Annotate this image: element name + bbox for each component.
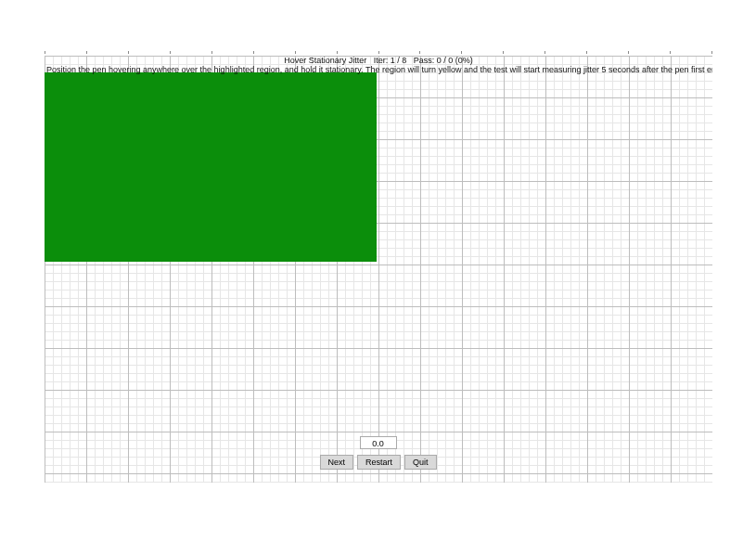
highlight-region[interactable] [45,72,377,262]
button-row: Next Restart Quit [319,455,436,470]
test-title: Hover Stationary Jitter [284,56,366,65]
iter-value: 1 / 8 [391,56,407,65]
app-stage: Hover Stationary Jitter Iter: 1 / 8 Pass… [0,0,756,542]
quit-button[interactable]: Quit [404,455,437,470]
pass-value: 0 / 0 (0%) [437,56,473,65]
restart-button[interactable]: Restart [357,455,401,470]
header-title-line: Hover Stationary Jitter Iter: 1 / 8 Pass… [45,56,712,65]
instructions-text: Position the pen hovering anywhere over … [45,65,712,74]
next-button[interactable]: Next [319,455,353,470]
axis-ticks [45,51,712,55]
pass-label: Pass: [414,56,435,65]
iter-label: Iter: [374,56,389,65]
header-bar: Hover Stationary Jitter Iter: 1 / 8 Pass… [45,56,712,74]
jitter-readout: 0.0 [360,436,397,449]
